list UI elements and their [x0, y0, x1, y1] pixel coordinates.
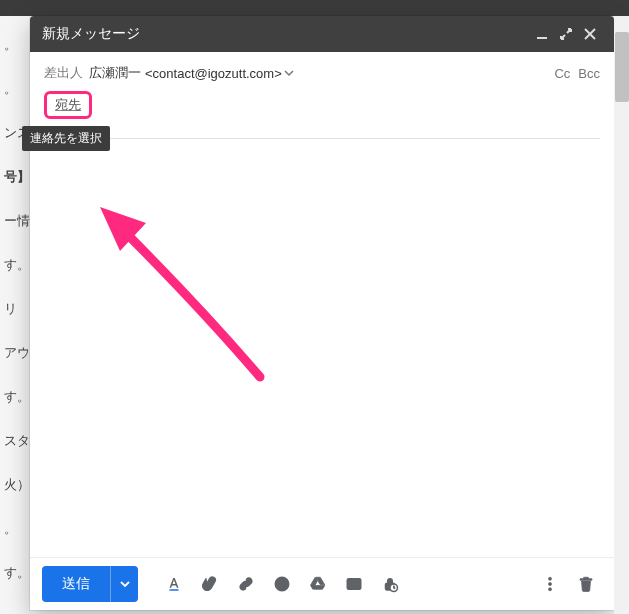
scrollbar-thumb[interactable] [615, 32, 629, 102]
to-row: 宛先 連絡先を選択 [44, 88, 600, 122]
chevron-down-icon [284, 68, 294, 78]
to-label: 宛先 [55, 96, 81, 114]
svg-point-5 [275, 577, 289, 591]
compose-toolbar: 送信 [30, 557, 614, 610]
svg-point-7 [284, 582, 286, 584]
compose-title: 新規メッセージ [42, 25, 530, 43]
confidential-icon[interactable] [374, 568, 406, 600]
minimize-icon [536, 28, 548, 40]
trash-icon[interactable] [570, 568, 602, 600]
compose-body[interactable] [30, 139, 614, 557]
image-icon[interactable] [338, 568, 370, 600]
link-icon[interactable] [230, 568, 262, 600]
from-dropdown[interactable] [284, 68, 294, 78]
svg-point-14 [549, 588, 552, 591]
expand-icon [560, 28, 572, 40]
close-icon [584, 28, 596, 40]
send-options-button[interactable] [110, 566, 138, 602]
annotation-arrow-icon [80, 187, 300, 407]
attach-icon[interactable] [194, 568, 226, 600]
from-name: 広瀬潤一 [89, 64, 141, 82]
emoji-icon[interactable] [266, 568, 298, 600]
bcc-button[interactable]: Bcc [578, 66, 600, 81]
from-row: 差出人 広瀬潤一 <contact@igozutt.com> Cc Bcc [44, 58, 600, 88]
svg-point-12 [549, 577, 552, 580]
send-button[interactable]: 送信 [42, 566, 110, 602]
to-field-button[interactable]: 宛先 [44, 91, 92, 119]
svg-point-9 [350, 581, 352, 583]
popout-button[interactable] [554, 22, 578, 46]
close-button[interactable] [578, 22, 602, 46]
format-icon[interactable] [158, 568, 190, 600]
compose-window: 新規メッセージ 差出人 広瀬潤一 <contact@igozutt.com> C… [30, 16, 614, 610]
background-dark-strip [0, 0, 629, 16]
more-icon[interactable] [534, 568, 566, 600]
page-scrollbar[interactable] [614, 16, 629, 614]
chevron-down-icon [120, 579, 130, 589]
cc-button[interactable]: Cc [554, 66, 570, 81]
minimize-button[interactable] [530, 22, 554, 46]
svg-marker-3 [100, 207, 146, 251]
svg-point-13 [549, 583, 552, 586]
send-group: 送信 [42, 566, 138, 602]
drive-icon[interactable] [302, 568, 334, 600]
svg-rect-4 [170, 589, 179, 591]
compose-titlebar: 新規メッセージ [30, 16, 614, 52]
from-label: 差出人 [44, 64, 83, 82]
from-email: <contact@igozutt.com> [145, 66, 282, 81]
svg-point-6 [279, 582, 281, 584]
